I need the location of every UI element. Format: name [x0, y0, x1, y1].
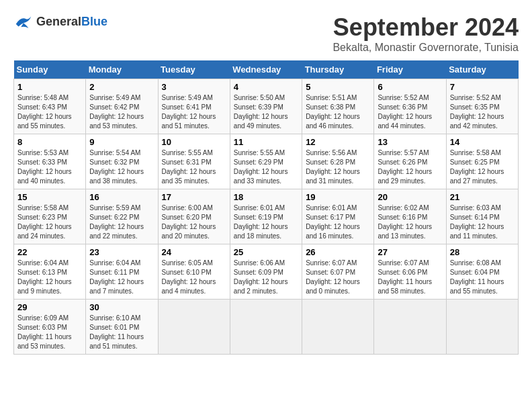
table-row: 20Sunrise: 6:02 AMSunset: 6:16 PMDayligh…	[374, 189, 446, 244]
calendar-week-1: 8Sunrise: 5:53 AMSunset: 6:33 PMDaylight…	[14, 134, 519, 189]
table-row: 12Sunrise: 5:56 AMSunset: 6:28 PMDayligh…	[302, 134, 374, 189]
table-row: 23Sunrise: 6:04 AMSunset: 6:11 PMDayligh…	[86, 244, 158, 300]
table-row: 5Sunrise: 5:51 AMSunset: 6:38 PMDaylight…	[302, 79, 374, 134]
col-friday: Friday	[374, 60, 446, 79]
table-row	[446, 300, 518, 355]
calendar-week-0: 1Sunrise: 5:48 AMSunset: 6:43 PMDaylight…	[14, 79, 519, 134]
col-saturday: Saturday	[446, 60, 518, 79]
header-row: Sunday Monday Tuesday Wednesday Thursday…	[14, 60, 519, 79]
calendar-week-2: 15Sunrise: 5:58 AMSunset: 6:23 PMDayligh…	[14, 189, 519, 244]
table-row: 29Sunrise: 6:09 AMSunset: 6:03 PMDayligh…	[14, 300, 86, 355]
table-row: 25Sunrise: 6:06 AMSunset: 6:09 PMDayligh…	[230, 244, 302, 300]
table-row: 1Sunrise: 5:48 AMSunset: 6:43 PMDaylight…	[14, 79, 86, 134]
table-row: 19Sunrise: 6:01 AMSunset: 6:17 PMDayligh…	[302, 189, 374, 244]
table-row: 9Sunrise: 5:54 AMSunset: 6:32 PMDaylight…	[86, 134, 158, 189]
table-row: 24Sunrise: 6:05 AMSunset: 6:10 PMDayligh…	[158, 244, 230, 300]
table-row: 22Sunrise: 6:04 AMSunset: 6:13 PMDayligh…	[14, 244, 86, 300]
col-tuesday: Tuesday	[158, 60, 230, 79]
table-row: 6Sunrise: 5:52 AMSunset: 6:36 PMDaylight…	[374, 79, 446, 134]
logo-text: GeneralBlue	[36, 15, 107, 29]
table-row	[158, 300, 230, 355]
table-row: 18Sunrise: 6:01 AMSunset: 6:19 PMDayligh…	[230, 189, 302, 244]
table-row: 4Sunrise: 5:50 AMSunset: 6:39 PMDaylight…	[230, 79, 302, 134]
calendar-week-4: 29Sunrise: 6:09 AMSunset: 6:03 PMDayligh…	[14, 300, 519, 355]
table-row: 7Sunrise: 5:52 AMSunset: 6:35 PMDaylight…	[446, 79, 518, 134]
table-row: 27Sunrise: 6:07 AMSunset: 6:06 PMDayligh…	[374, 244, 446, 300]
table-row: 14Sunrise: 5:58 AMSunset: 6:25 PMDayligh…	[446, 134, 518, 189]
table-row: 17Sunrise: 6:00 AMSunset: 6:20 PMDayligh…	[158, 189, 230, 244]
calendar-subtitle: Bekalta, Monastir Governorate, Tunisia	[332, 42, 519, 54]
table-row	[302, 300, 374, 355]
table-row: 8Sunrise: 5:53 AMSunset: 6:33 PMDaylight…	[14, 134, 86, 189]
logo-blue: Blue	[81, 15, 107, 28]
table-row: 21Sunrise: 6:03 AMSunset: 6:14 PMDayligh…	[446, 189, 518, 244]
table-row: 11Sunrise: 5:55 AMSunset: 6:29 PMDayligh…	[230, 134, 302, 189]
table-row: 16Sunrise: 5:59 AMSunset: 6:22 PMDayligh…	[86, 189, 158, 244]
logo: GeneralBlue	[13, 13, 107, 30]
col-sunday: Sunday	[14, 60, 86, 79]
table-row	[230, 300, 302, 355]
table-row	[374, 300, 446, 355]
col-thursday: Thursday	[302, 60, 374, 79]
logo-general: General	[36, 15, 81, 28]
table-row: 26Sunrise: 6:07 AMSunset: 6:07 PMDayligh…	[302, 244, 374, 300]
calendar-week-3: 22Sunrise: 6:04 AMSunset: 6:13 PMDayligh…	[14, 244, 519, 300]
logo-icon	[13, 13, 34, 30]
table-row: 3Sunrise: 5:49 AMSunset: 6:41 PMDaylight…	[158, 79, 230, 134]
page-header: GeneralBlue September 2024 Bekalta, Mona…	[13, 13, 519, 54]
col-monday: Monday	[86, 60, 158, 79]
table-row: 28Sunrise: 6:08 AMSunset: 6:04 PMDayligh…	[446, 244, 518, 300]
col-wednesday: Wednesday	[230, 60, 302, 79]
table-row: 10Sunrise: 5:55 AMSunset: 6:31 PMDayligh…	[158, 134, 230, 189]
table-row: 13Sunrise: 5:57 AMSunset: 6:26 PMDayligh…	[374, 134, 446, 189]
table-row: 2Sunrise: 5:49 AMSunset: 6:42 PMDaylight…	[86, 79, 158, 134]
table-row: 15Sunrise: 5:58 AMSunset: 6:23 PMDayligh…	[14, 189, 86, 244]
table-row: 30Sunrise: 6:10 AMSunset: 6:01 PMDayligh…	[86, 300, 158, 355]
title-section: September 2024 Bekalta, Monastir Governo…	[332, 13, 519, 54]
calendar-table: Sunday Monday Tuesday Wednesday Thursday…	[13, 60, 519, 355]
calendar-title: September 2024	[332, 13, 519, 42]
